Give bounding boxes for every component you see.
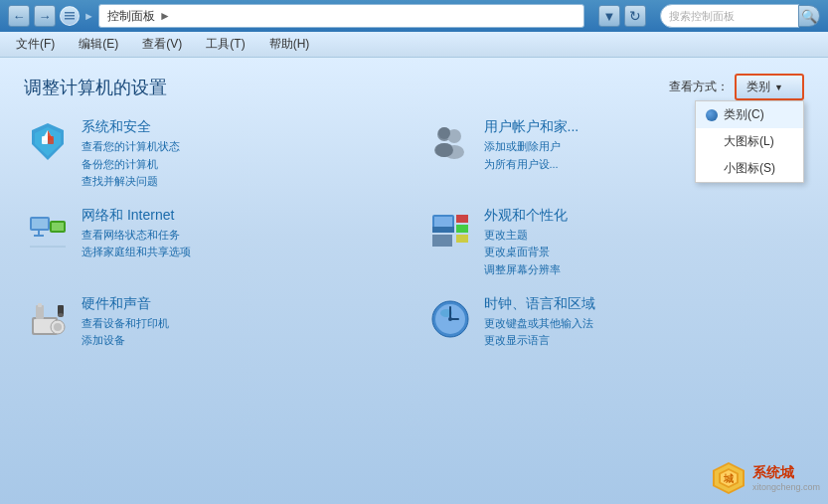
network-title[interactable]: 网络和 Internet (82, 207, 403, 225)
watermark: 城 系统城 xitongcheng.com (711, 460, 820, 496)
breadcrumb-bar[interactable]: 控制面板 ► (98, 4, 584, 28)
svg-rect-17 (38, 231, 40, 235)
view-dropdown-menu: 类别(C) 大图标(L) 小图标(S) (695, 100, 804, 183)
search-placeholder: 搜索控制面板 (669, 9, 735, 24)
link-item[interactable]: 调整屏幕分辨率 (484, 261, 805, 279)
breadcrumb-separator: ► (159, 9, 171, 23)
svg-rect-0 (65, 12, 75, 14)
clock-text: 时钟、语言和区域 更改键盘或其他输入法 更改显示语言 (484, 295, 805, 350)
hardware-links: 查看设备和打印机 添加设备 (82, 315, 403, 350)
svg-rect-1 (65, 15, 75, 17)
search-button[interactable]: 🔍 (798, 5, 820, 27)
svg-rect-25 (456, 215, 468, 223)
svg-point-13 (438, 127, 450, 139)
page-title: 调整计算机的设置 (24, 76, 167, 99)
dropdown-btn[interactable]: ▼ (598, 5, 620, 27)
view-dropdown-button[interactable]: 类别 ▼ (735, 74, 804, 100)
menu-tools[interactable]: 工具(T) (202, 34, 248, 55)
svg-rect-16 (32, 219, 48, 229)
list-item: 外观和个性化 更改主题 更改桌面背景 调整屏幕分辨率 (426, 207, 805, 279)
clock-icon (426, 295, 474, 343)
network-icon (24, 207, 72, 254)
svg-point-14 (435, 143, 453, 157)
network-text: 网络和 Internet 查看网络状态和任务 选择家庭组和共享选项 (82, 207, 403, 261)
watermark-url: xitongcheng.com (752, 482, 820, 492)
svg-rect-32 (38, 303, 42, 307)
svg-rect-31 (36, 305, 44, 319)
dropdown-item-label: 小图标(S) (724, 160, 775, 177)
dropdown-item-label: 大图标(L) (724, 133, 774, 150)
refresh-button[interactable]: ↻ (624, 5, 646, 27)
svg-rect-24 (432, 227, 454, 233)
list-item: 系统和安全 查看您的计算机状态 备份您的计算机 查找并解决问题 (24, 118, 403, 191)
menu-bar: 文件(F) 编辑(E) 查看(V) 工具(T) 帮助(H) (0, 32, 828, 58)
back-button[interactable]: ← (8, 5, 30, 27)
appearance-icon (426, 207, 474, 254)
link-item[interactable]: 更改桌面背景 (484, 244, 805, 261)
svg-rect-27 (456, 235, 468, 243)
appearance-links: 更改主题 更改桌面背景 调整屏幕分辨率 (484, 227, 805, 279)
clock-title[interactable]: 时钟、语言和区域 (484, 295, 805, 313)
link-item[interactable]: 更改主题 (484, 227, 805, 245)
clock-links: 更改键盘或其他输入法 更改显示语言 (484, 315, 805, 350)
watermark-text-group: 系统城 xitongcheng.com (752, 464, 820, 492)
hardware-title[interactable]: 硬件和声音 (82, 295, 403, 313)
system-security-text: 系统和安全 查看您的计算机状态 备份您的计算机 查找并解决问题 (82, 118, 403, 191)
svg-rect-20 (52, 223, 64, 231)
link-item[interactable]: 更改键盘或其他输入法 (484, 315, 805, 333)
list-item: 时钟、语言和区域 更改键盘或其他输入法 更改显示语言 (426, 295, 805, 350)
menu-view[interactable]: 查看(V) (138, 34, 186, 55)
view-dropdown[interactable]: 类别 ▼ 类别(C) 大图标(L) 小图标(S) (735, 74, 804, 100)
system-security-icon (24, 118, 72, 166)
user-accounts-icon (426, 118, 474, 166)
forward-button[interactable]: → (34, 5, 56, 27)
system-security-links: 查看您的计算机状态 备份您的计算机 查找并解决问题 (82, 138, 403, 191)
svg-rect-28 (432, 235, 452, 247)
svg-point-36 (58, 313, 64, 317)
page-header: 调整计算机的设置 查看方式： 类别 ▼ 类别(C) 大图标(L) (24, 74, 804, 100)
link-item[interactable]: 查看设备和打印机 (82, 315, 403, 333)
link-item[interactable]: 备份您的计算机 (82, 156, 403, 174)
svg-rect-2 (65, 18, 75, 20)
view-control: 查看方式： 类别 ▼ 类别(C) 大图标(L) (669, 74, 804, 100)
menu-edit[interactable]: 编辑(E) (75, 34, 122, 55)
svg-rect-18 (34, 235, 44, 237)
svg-point-34 (54, 323, 62, 331)
link-item[interactable]: 更改显示语言 (484, 332, 805, 350)
system-security-title[interactable]: 系统和安全 (82, 118, 403, 136)
title-bar: ← → ► 控制面板 ► ▼ ↻ 搜索控制面板 🔍 (0, 0, 828, 32)
menu-file[interactable]: 文件(F) (12, 34, 59, 55)
network-links: 查看网络状态和任务 选择家庭组和共享选项 (82, 227, 403, 261)
hardware-icon (24, 295, 72, 343)
menu-help[interactable]: 帮助(H) (265, 34, 314, 55)
chevron-down-icon: ▼ (774, 83, 783, 92)
svg-text:城: 城 (723, 473, 735, 484)
view-option-large-icon[interactable]: 大图标(L) (696, 128, 803, 155)
view-option-small-icon[interactable]: 小图标(S) (696, 155, 803, 182)
path-separator: ► (83, 10, 94, 22)
watermark-brand: 系统城 (752, 464, 820, 482)
control-panel-grid: 系统和安全 查看您的计算机状态 备份您的计算机 查找并解决问题 (24, 118, 804, 350)
main-content: 调整计算机的设置 查看方式： 类别 ▼ 类别(C) 大图标(L) (0, 58, 828, 504)
view-current-label: 类别 (746, 79, 770, 95)
view-label: 查看方式： (669, 79, 729, 95)
link-item[interactable]: 查找并解决问题 (82, 173, 403, 191)
watermark-logo-icon: 城 (711, 460, 746, 496)
link-item[interactable]: 查看网络状态和任务 (82, 227, 403, 245)
dropdown-item-label: 类别(C) (724, 106, 764, 123)
link-item[interactable]: 选择家庭组和共享选项 (82, 244, 403, 261)
search-input[interactable]: 搜索控制面板 (660, 4, 799, 28)
svg-rect-26 (456, 225, 468, 233)
list-item: 硬件和声音 查看设备和打印机 添加设备 (24, 295, 403, 350)
appearance-text: 外观和个性化 更改主题 更改桌面背景 调整屏幕分辨率 (484, 207, 805, 279)
svg-point-42 (448, 317, 452, 321)
list-item: 网络和 Internet 查看网络状态和任务 选择家庭组和共享选项 (24, 207, 403, 279)
radio-icon (706, 109, 718, 121)
menu-button[interactable] (60, 6, 80, 26)
hardware-text: 硬件和声音 查看设备和打印机 添加设备 (82, 295, 403, 350)
appearance-title[interactable]: 外观和个性化 (484, 207, 805, 225)
link-item[interactable]: 查看您的计算机状态 (82, 138, 403, 156)
view-option-category[interactable]: 类别(C) (696, 101, 803, 128)
breadcrumb-text: 控制面板 (107, 8, 155, 25)
link-item[interactable]: 添加设备 (82, 332, 403, 350)
